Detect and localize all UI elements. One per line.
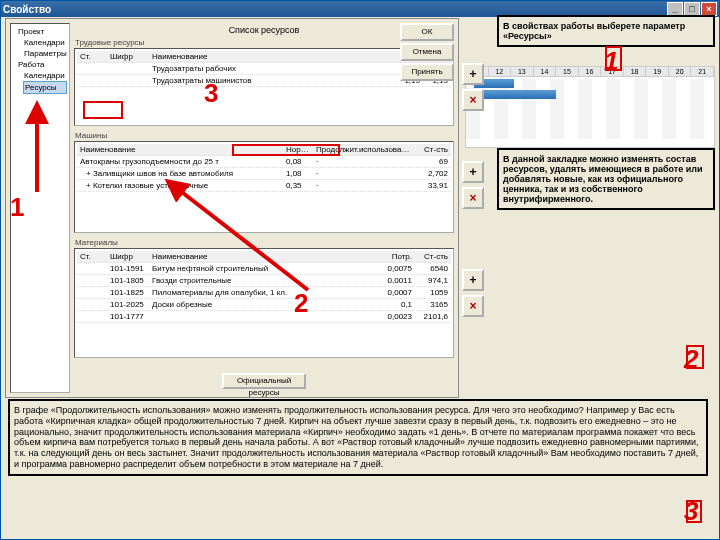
close-button[interactable]: × — [701, 2, 717, 16]
machines-section-label: Машины — [74, 130, 454, 141]
ok-button[interactable]: ОК — [400, 23, 454, 41]
apply-button[interactable]: Принять — [400, 63, 454, 81]
remove-button[interactable]: × — [462, 295, 484, 317]
tree-work[interactable]: Работа — [17, 59, 67, 70]
add-button[interactable]: + — [462, 63, 484, 85]
table-row[interactable]: Автокраны грузоподъемности до 25 т0,08·6… — [77, 156, 451, 168]
maximize-button[interactable]: □ — [684, 2, 700, 16]
labor-side-buttons: + × — [462, 63, 484, 111]
titlebar-text: Свойство — [3, 4, 51, 15]
tree-project[interactable]: Проект — [17, 26, 67, 37]
highlight-box — [686, 500, 702, 523]
callout-1: В свойствах работы выберете параметр «Ре… — [497, 15, 715, 47]
callout-3: В графе «Продолжительность использования… — [8, 399, 708, 476]
annotation-number: 1 — [10, 192, 24, 223]
annotation-number: 3 — [204, 78, 218, 109]
table-row[interactable]: + Заливщики швов на базе автомобиля1,08·… — [77, 168, 451, 180]
tree-resources[interactable]: Ресурсы — [23, 81, 67, 94]
highlight-box — [605, 46, 622, 71]
callout-2: В данной закладке можно изменять состав … — [497, 148, 715, 210]
arrow-icon — [168, 180, 308, 292]
labor-section-label: Трудовые ресурсы — [74, 37, 454, 48]
remove-button[interactable]: × — [462, 187, 484, 209]
table-row[interactable]: 101-17770,00232101,6 — [77, 311, 451, 323]
highlight-box — [686, 345, 704, 369]
table-row[interactable]: 101-2025Доски обрезные0,13165 — [77, 299, 451, 311]
tree-calendars1[interactable]: Календари — [23, 37, 67, 48]
dialog-buttons: ОК Отмена Принять — [400, 23, 454, 81]
highlight-box — [83, 101, 123, 119]
materials-side-buttons: + × — [462, 269, 484, 317]
gantt-chart: 1112131415161718192021 — [465, 66, 715, 148]
minimize-button[interactable]: _ — [667, 2, 683, 16]
arrow-icon — [29, 112, 45, 194]
svg-line-3 — [174, 186, 308, 290]
official-resources-button[interactable]: Официальный ресурсы — [222, 373, 306, 389]
add-button[interactable]: + — [462, 161, 484, 183]
highlight-box — [232, 144, 340, 156]
tree-params[interactable]: Параметры — [23, 48, 67, 59]
cancel-button[interactable]: Отмена — [400, 43, 454, 61]
table-row[interactable]: Трудозатраты рабочих5,955,95 — [77, 63, 451, 75]
annotation-number: 2 — [294, 288, 308, 319]
table-row[interactable]: Трудозатраты машинистов1,151,15 — [77, 75, 451, 87]
tab-resources: Список ресурсов — [74, 23, 454, 37]
tree-calendars2[interactable]: Календари — [23, 70, 67, 81]
remove-button[interactable]: × — [462, 89, 484, 111]
labor-panel: Ст. Шифр Наименование Ед Ед Трудозатраты… — [74, 48, 454, 126]
machines-side-buttons: + × — [462, 161, 484, 209]
add-button[interactable]: + — [462, 269, 484, 291]
